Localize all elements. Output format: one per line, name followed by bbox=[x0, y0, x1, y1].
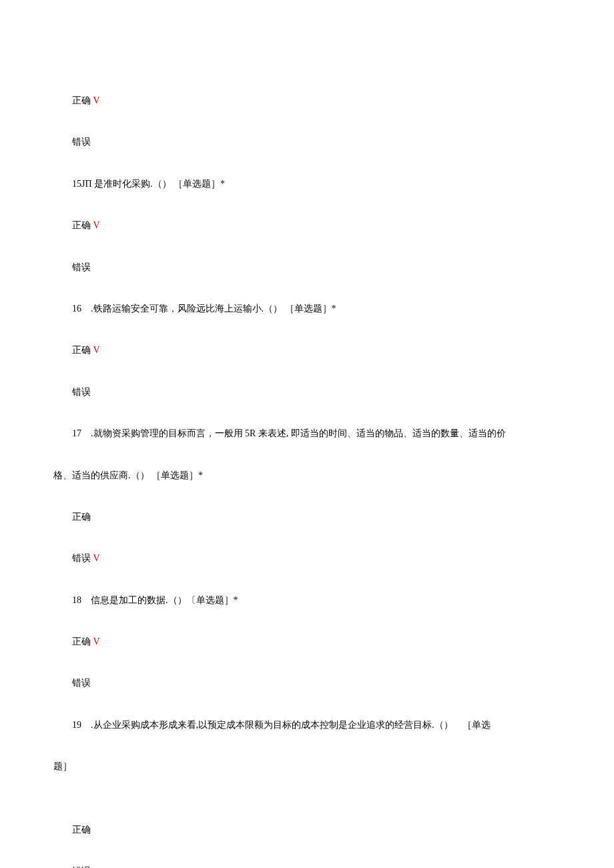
answer-correct: 正确 V bbox=[53, 634, 561, 649]
question-text: 题］ bbox=[53, 761, 72, 771]
answer-wrong: 错误 bbox=[53, 260, 561, 275]
answer-correct: 正确 bbox=[53, 823, 561, 837]
question-text: 18 信息是加工的数据.（）〔单选题］* bbox=[72, 595, 238, 605]
answer-correct: 正确 V bbox=[53, 343, 561, 358]
question-17-line1: 17 .就物资采购管理的目标而言，一般用 5R 来表述, 即适当的时间、适当的物… bbox=[53, 426, 561, 441]
check-icon: V bbox=[91, 636, 100, 646]
answer-wrong: 错误 bbox=[53, 385, 561, 400]
answer-wrong-text: 错误 bbox=[72, 262, 91, 272]
question-19-line2: 题］ bbox=[53, 759, 561, 774]
check-icon: V bbox=[91, 95, 100, 105]
answer-correct: 正确 bbox=[53, 510, 561, 524]
answer-wrong: 错误, bbox=[53, 864, 561, 868]
question-text: 16 .铁路运输安全可靠，风险远比海上运输小.（） ［单选题］* bbox=[72, 304, 336, 314]
question-16: 16 .铁路运输安全可靠，风险远比海上运输小.（） ［单选题］* bbox=[53, 302, 561, 316]
answer-correct: 正确 V bbox=[53, 93, 561, 108]
question-text: 格、适当的供应商.（） ［单选题］* bbox=[53, 470, 203, 480]
answer-correct-text: 正确 bbox=[72, 636, 91, 646]
check-icon: V bbox=[91, 220, 100, 230]
answer-wrong: 错误 V bbox=[53, 551, 561, 566]
question-text: 15JΠ 是准时化采购.（） ［单选题］* bbox=[72, 179, 225, 189]
answer-wrong: 错误 bbox=[53, 135, 561, 149]
answer-wrong: 错误 bbox=[53, 676, 561, 691]
question-18: 18 信息是加工的数据.（）〔单选题］* bbox=[53, 593, 561, 608]
answer-correct-text: 正确 bbox=[72, 95, 91, 105]
answer-wrong-text: 错误 bbox=[72, 678, 91, 688]
answer-correct-text: 正确 bbox=[72, 825, 91, 835]
check-icon: V bbox=[91, 345, 100, 355]
question-17-line2: 格、适当的供应商.（） ［单选题］* bbox=[53, 468, 561, 483]
answer-wrong-text: 错误 bbox=[72, 387, 91, 397]
answer-correct-text: 正确 bbox=[72, 345, 91, 355]
answer-wrong-text: 错误 bbox=[72, 137, 91, 147]
question-15: 15JΠ 是准时化采购.（） ［单选题］* bbox=[53, 177, 561, 191]
question-19-line1: 19 .从企业采购成本形成来看,以预定成本限额为目标的成本控制是企业追求的经营目… bbox=[53, 718, 561, 733]
answer-correct: 正确 V bbox=[53, 218, 561, 233]
answer-wrong-text: 错误 bbox=[72, 553, 91, 563]
answer-correct-text: 正确 bbox=[72, 512, 91, 522]
question-text: 17 .就物资采购管理的目标而言，一般用 5R 来表述, 即适当的时间、适当的物… bbox=[72, 428, 506, 438]
answer-correct-text: 正确 bbox=[72, 220, 91, 230]
check-icon: V bbox=[91, 553, 100, 563]
question-text: 19 .从企业采购成本形成来看,以预定成本限额为目标的成本控制是企业追求的经营目… bbox=[72, 720, 491, 730]
